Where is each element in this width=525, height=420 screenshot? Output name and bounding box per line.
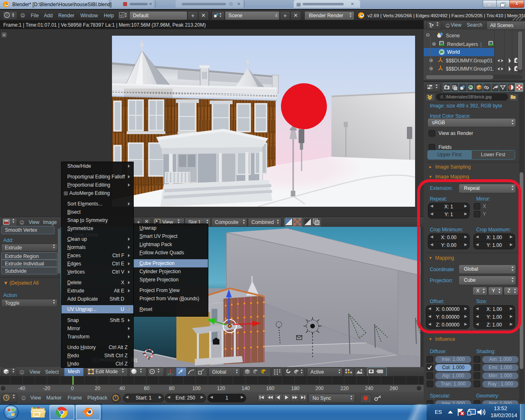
svg-text:i: i xyxy=(7,13,8,17)
